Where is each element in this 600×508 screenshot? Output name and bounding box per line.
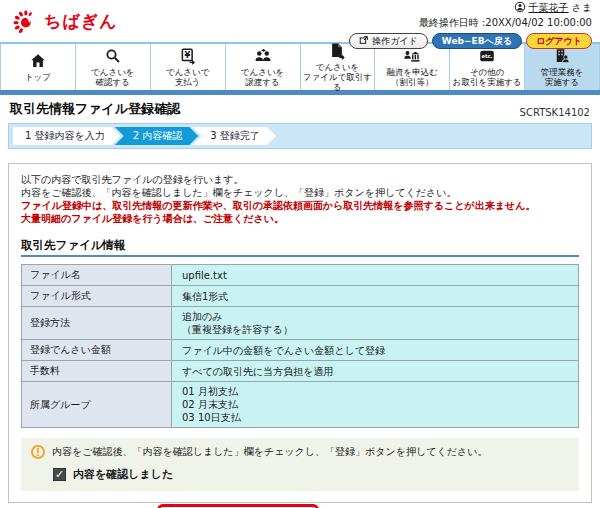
- table-row: 登録でんさい金額 ファイル中の金額をでんさい金額として登録: [22, 340, 579, 361]
- row-value-group: 01 月初支払 02 月末支払 03 10日支払: [172, 382, 579, 428]
- instruction-line-2: 内容をご確認後、「内容を確認しました」欄をチェックし、「登録」ボタンを押してくだ…: [21, 186, 579, 199]
- screen-id: SCRTSK14102: [520, 107, 590, 118]
- transfer-icon: [254, 47, 272, 65]
- row-label-register-method: 登録方法: [22, 307, 172, 340]
- search-icon: [104, 47, 122, 65]
- home-icon: [29, 52, 47, 70]
- nav-item-confirm-densai[interactable]: でんさいを 確認する: [76, 44, 151, 90]
- row-value-densai-amount: ファイル中の金額をでんさい金額として登録: [172, 340, 579, 361]
- row-value-filename: upfile.txt: [172, 265, 579, 286]
- loan-icon: [403, 47, 421, 65]
- row-label-group: 所属グループ: [22, 382, 172, 428]
- brand-logo[interactable]: ちばぎん: [12, 8, 118, 34]
- confirm-notice-box: ! 内容をご確認後、「内容を確認しました」欄をチェックし、「登録」ボタンを押して…: [21, 438, 579, 491]
- nav-item-pay-densai[interactable]: ¥ でんさいで 支払う: [151, 44, 226, 90]
- row-label-filename: ファイル名: [22, 265, 172, 286]
- main-content: 以下の内容で取引先ファイルの登録を行います。 内容をご確認後、「内容を確認しまし…: [8, 163, 592, 503]
- row-label-fileformat: ファイル形式: [22, 286, 172, 307]
- main-nav: トップ でんさいを 確認する ¥ でんさいで 支払う でんさいを 譲渡する でん…: [0, 42, 600, 90]
- table-row: 登録方法 追加のみ （重複登録を許容する）: [22, 307, 579, 340]
- nav-item-admin-tasks[interactable]: 管理業務を 実施する: [525, 44, 600, 90]
- file-icon: [328, 42, 346, 60]
- submit-highlight-annotation: 登録 >: [157, 504, 319, 508]
- header: ちばぎん 千葉花子 さま 最終操作日時 :20XX/04/02 10:00:00: [0, 0, 600, 42]
- row-value-fileformat: 集信1形式: [172, 286, 579, 307]
- file-info-table: ファイル名 upfile.txt ファイル形式 集信1形式 登録方法 追加のみ …: [21, 264, 579, 428]
- table-row: 所属グループ 01 月初支払 02 月末支払 03 10日支払: [22, 382, 579, 428]
- check-icon: ✓: [55, 468, 64, 481]
- confirm-checkbox-label[interactable]: 内容を確認しました: [73, 467, 173, 482]
- svg-text:etc.: etc.: [482, 53, 493, 59]
- user-info: 千葉花子 さま: [349, 1, 592, 15]
- row-value-fee: すべての取引先に当方負担を適用: [172, 361, 579, 382]
- user-icon: [514, 1, 526, 15]
- nav-item-other-transactions[interactable]: etc. その他の お取引を実施する: [450, 44, 525, 90]
- pay-icon: ¥: [179, 47, 197, 65]
- etc-icon: etc.: [478, 47, 496, 65]
- external-link-icon: [359, 35, 369, 47]
- row-label-fee: 手数料: [22, 361, 172, 382]
- web-eb-back-button[interactable]: Web−EBへ戻る: [432, 33, 522, 49]
- warning-line-1: ファイル登録中は、取引先情報の更新作業や、取引の承認依頼画面から取引先情報を参照…: [21, 199, 579, 212]
- step-3-complete: 3 登録完了: [192, 127, 276, 145]
- nav-item-top[interactable]: トップ: [0, 44, 76, 90]
- table-row: ファイル形式 集信1形式: [22, 286, 579, 307]
- warning-icon: !: [31, 445, 45, 459]
- warning-line-2: 大量明細のファイル登録を行う場合は、ご注意ください。: [21, 212, 579, 225]
- step-1-input: 1 登録内容を入力: [13, 127, 121, 145]
- nav-item-loan-apply[interactable]: 融資を申込む （割引等）: [375, 44, 450, 90]
- logout-button[interactable]: ログアウト: [526, 33, 592, 49]
- svg-text:¥: ¥: [184, 50, 190, 60]
- confirm-checkbox[interactable]: ✓: [53, 468, 66, 481]
- row-label-densai-amount: 登録でんさい金額: [22, 340, 172, 361]
- user-suffix: さま: [572, 1, 592, 15]
- page-title: 取引先情報ファイル登録確認: [10, 100, 180, 118]
- nav-item-transfer-densai[interactable]: でんさいを 譲渡する: [226, 44, 301, 90]
- confirm-notice-text: 内容をご確認後、「内容を確認しました」欄をチェックし、「登録」ボタンを押してくだ…: [52, 445, 487, 459]
- table-row: ファイル名 upfile.txt: [22, 265, 579, 286]
- section-title-file-info: 取引先ファイル情報: [21, 238, 579, 257]
- row-value-register-method: 追加のみ （重複登録を許容する）: [172, 307, 579, 340]
- brand-text: ちばぎん: [44, 10, 118, 33]
- instruction-line-1: 以下の内容で取引先ファイルの登録を行います。: [21, 173, 579, 186]
- table-row: 手数料 すべての取引先に当方負担を適用: [22, 361, 579, 382]
- chibagin-flower-icon: [12, 8, 38, 34]
- user-name: 千葉花子: [529, 1, 569, 15]
- step-2-confirm: 2 内容確認: [115, 127, 199, 145]
- admin-icon: [553, 47, 571, 65]
- nav-item-file-transaction[interactable]: でんさいを ファイルで取引する: [301, 44, 376, 90]
- operation-guide-button[interactable]: 操作ガイド: [349, 33, 428, 49]
- step-indicator: 1 登録内容を入力 2 内容確認 3 登録完了: [8, 123, 592, 149]
- last-operation-time: 最終操作日時 :20XX/04/02 10:00:00: [349, 16, 592, 30]
